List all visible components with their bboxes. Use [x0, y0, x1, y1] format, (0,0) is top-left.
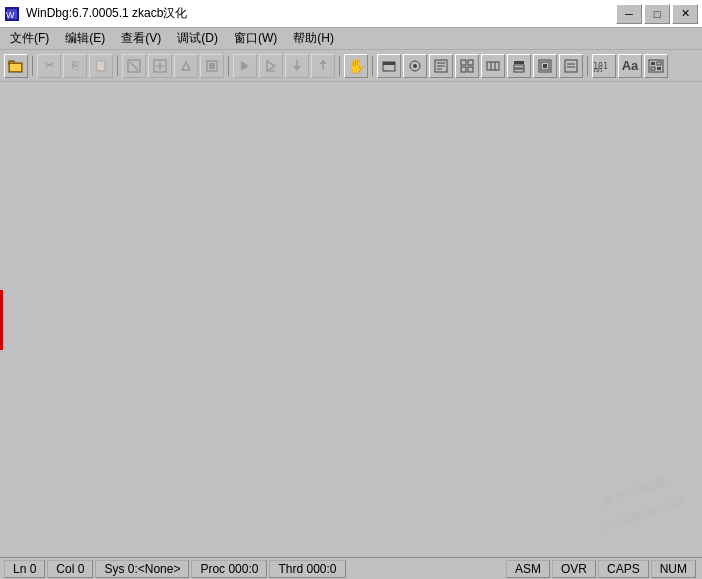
options-button[interactable] — [644, 54, 668, 78]
close-button[interactable]: ✕ — [672, 4, 698, 24]
toolbar-sep-1 — [32, 56, 33, 76]
menu-file[interactable]: 文件(F) — [2, 28, 57, 49]
svg-line-7 — [130, 62, 138, 70]
toolbar-sep-6 — [587, 56, 588, 76]
toolbar-sep-5 — [372, 56, 373, 76]
menu-bar: 文件(F) 编辑(E) 查看(V) 调试(D) 窗口(W) 帮助(H) — [0, 28, 702, 50]
status-num: NUM — [651, 560, 696, 578]
toolbar-sep-3 — [228, 56, 229, 76]
svg-rect-43 — [565, 60, 577, 72]
svg-rect-52 — [657, 67, 661, 70]
title-bar: W WinDbg:6.7.0005.1 zkacb汉化 ─ □ ✕ — [0, 0, 702, 28]
svg-rect-38 — [514, 65, 524, 68]
step-out-button[interactable] — [311, 54, 335, 78]
toolbar-btn-5[interactable] — [148, 54, 172, 78]
svg-marker-18 — [293, 66, 301, 71]
menu-edit[interactable]: 编辑(E) — [57, 28, 113, 49]
step-over-button[interactable] — [259, 54, 283, 78]
maximize-button[interactable]: □ — [644, 4, 670, 24]
status-col: Col 0 — [47, 560, 93, 578]
locals-button[interactable] — [429, 54, 453, 78]
toolbar-btn-7[interactable] — [200, 54, 224, 78]
call-stack-button[interactable] — [507, 54, 531, 78]
main-area: P C 下载网 Pcrsoft.com.cn — [0, 82, 702, 557]
memory-button[interactable] — [481, 54, 505, 78]
menu-debug[interactable]: 调试(D) — [169, 28, 226, 49]
title-left: W WinDbg:6.7.0005.1 zkacb汉化 — [4, 5, 187, 22]
menu-help[interactable]: 帮助(H) — [285, 28, 342, 49]
svg-rect-39 — [514, 69, 524, 72]
menu-view[interactable]: 查看(V) — [113, 28, 169, 49]
scratch-button[interactable] — [559, 54, 583, 78]
cut-button[interactable]: ✂ — [37, 54, 61, 78]
open-button[interactable] — [4, 54, 28, 78]
svg-text:W: W — [6, 10, 15, 20]
svg-rect-37 — [514, 61, 524, 64]
svg-rect-50 — [657, 62, 661, 65]
watch-button[interactable] — [403, 54, 427, 78]
title-buttons: ─ □ ✕ — [616, 4, 698, 24]
svg-rect-32 — [461, 67, 466, 72]
status-ln: Ln 0 — [4, 560, 45, 578]
svg-rect-51 — [651, 67, 655, 70]
watermark-line2: Pcrsoft.com.cn — [599, 489, 688, 540]
toolbar-sep-2 — [117, 56, 118, 76]
font-button[interactable]: Aа — [618, 54, 642, 78]
status-proc: Proc 000:0 — [191, 560, 267, 578]
svg-text:101: 101 — [593, 67, 603, 73]
svg-point-25 — [413, 64, 417, 68]
svg-rect-13 — [209, 63, 215, 69]
left-accent — [0, 290, 3, 350]
svg-rect-33 — [468, 67, 473, 72]
paste-button[interactable]: 📋 — [89, 54, 113, 78]
watermark-line1: P C 下载网 — [591, 467, 680, 518]
svg-rect-34 — [487, 62, 499, 70]
svg-rect-49 — [651, 62, 655, 65]
title-text: WinDbg:6.7.0005.1 zkacb汉化 — [26, 5, 187, 22]
registers-button[interactable] — [455, 54, 479, 78]
watermark: P C 下载网 Pcrsoft.com.cn — [591, 467, 688, 540]
toolbar-sep-4 — [339, 56, 340, 76]
svg-rect-42 — [543, 64, 547, 68]
svg-marker-14 — [241, 61, 249, 71]
step-into-button[interactable] — [285, 54, 309, 78]
status-sys: Sys 0:<None> — [95, 560, 189, 578]
copy-button[interactable]: ⎘ — [63, 54, 87, 78]
app-icon: W — [4, 6, 20, 22]
svg-rect-4 — [9, 61, 14, 64]
status-bar: Ln 0 Col 0 Sys 0:<None> Proc 000:0 Thrd … — [0, 557, 702, 579]
cmd-window-button[interactable]: _ — [377, 54, 401, 78]
status-ovr: OVR — [552, 560, 596, 578]
menu-window[interactable]: 窗口(W) — [226, 28, 285, 49]
status-caps: CAPS — [598, 560, 649, 578]
toolbar-btn-6[interactable] — [174, 54, 198, 78]
hand-tool-button[interactable]: ✋ — [344, 54, 368, 78]
toolbar-btn-4[interactable] — [122, 54, 146, 78]
disasm-button[interactable] — [533, 54, 557, 78]
svg-marker-11 — [182, 62, 190, 70]
svg-text:_: _ — [383, 65, 387, 71]
svg-marker-15 — [267, 61, 275, 71]
run-button[interactable] — [233, 54, 257, 78]
status-thrd: Thrd 000:0 — [269, 560, 345, 578]
source-mode-button[interactable]: 101 101 — [592, 54, 616, 78]
svg-rect-31 — [468, 60, 473, 65]
toolbar: ✂ ⎘ 📋 — [0, 50, 702, 82]
status-asm: ASM — [506, 560, 550, 578]
svg-rect-5 — [10, 64, 21, 71]
minimize-button[interactable]: ─ — [616, 4, 642, 24]
svg-rect-30 — [461, 60, 466, 65]
